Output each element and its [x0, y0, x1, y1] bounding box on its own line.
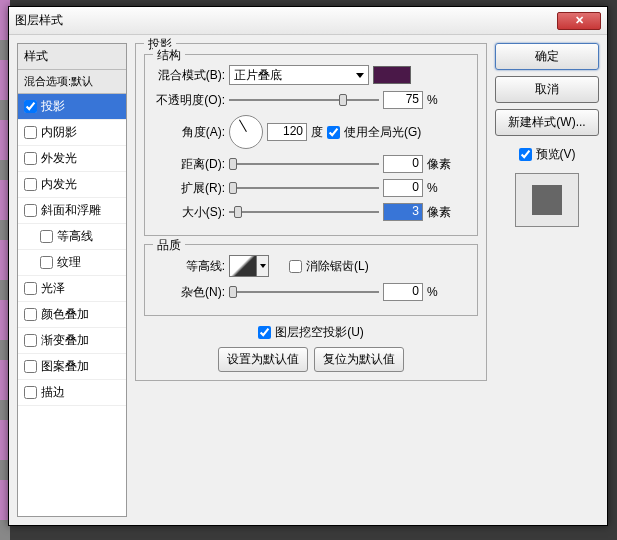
main-group: 投影 结构 混合模式(B): 正片叠底 不透明度(O): [135, 43, 487, 381]
angle-input[interactable]: 120 [267, 123, 307, 141]
sidebar-item-4[interactable]: 斜面和浮雕 [18, 198, 126, 224]
antialiased-checkbox[interactable] [289, 260, 302, 273]
style-checkbox[interactable] [24, 152, 37, 165]
sidebar-item-3[interactable]: 内发光 [18, 172, 126, 198]
knockout-label: 图层挖空投影(U) [275, 324, 364, 341]
sidebar-item-7[interactable]: 光泽 [18, 276, 126, 302]
sidebar-item-label: 描边 [41, 384, 65, 401]
structure-group: 结构 混合模式(B): 正片叠底 不透明度(O): 75 % [144, 54, 478, 236]
ok-button[interactable]: 确定 [495, 43, 599, 70]
noise-slider[interactable] [229, 283, 379, 301]
size-slider[interactable] [229, 203, 379, 221]
sidebar-item-label: 内阴影 [41, 124, 77, 141]
structure-title: 结构 [153, 47, 185, 64]
opacity-slider[interactable] [229, 91, 379, 109]
preview-swatch [532, 185, 562, 215]
style-checkbox[interactable] [40, 256, 53, 269]
sidebar-item-2[interactable]: 外发光 [18, 146, 126, 172]
distance-label: 距离(D): [153, 156, 225, 173]
chevron-down-icon [356, 73, 364, 78]
window-title: 图层样式 [15, 12, 63, 29]
contour-dropdown[interactable] [257, 255, 269, 277]
contour-label: 等高线: [153, 258, 225, 275]
size-label: 大小(S): [153, 204, 225, 221]
titlebar: 图层样式 ✕ [9, 7, 607, 35]
distance-slider[interactable] [229, 155, 379, 173]
sidebar-item-8[interactable]: 颜色叠加 [18, 302, 126, 328]
size-unit: 像素 [427, 204, 455, 221]
opacity-label: 不透明度(O): [153, 92, 225, 109]
sidebar-item-label: 纹理 [57, 254, 81, 271]
spread-slider[interactable] [229, 179, 379, 197]
style-checkbox[interactable] [24, 178, 37, 191]
spread-input[interactable]: 0 [383, 179, 423, 197]
style-checkbox[interactable] [24, 360, 37, 373]
style-checkbox[interactable] [24, 282, 37, 295]
cancel-button[interactable]: 取消 [495, 76, 599, 103]
close-button[interactable]: ✕ [557, 12, 601, 30]
sidebar-item-label: 斜面和浮雕 [41, 202, 101, 219]
angle-dial[interactable] [229, 115, 263, 149]
sidebar-header: 样式 [18, 44, 126, 70]
reset-default-button[interactable]: 复位为默认值 [314, 347, 404, 372]
contour-picker[interactable] [229, 255, 257, 277]
distance-unit: 像素 [427, 156, 455, 173]
style-checkbox[interactable] [24, 126, 37, 139]
antialiased-label: 消除锯齿(L) [306, 258, 369, 275]
noise-unit: % [427, 285, 455, 299]
sidebar-item-9[interactable]: 渐变叠加 [18, 328, 126, 354]
quality-group: 品质 等高线: 消除锯齿(L) 杂色( [144, 244, 478, 316]
sidebar-item-6[interactable]: 纹理 [18, 250, 126, 276]
sidebar-item-5[interactable]: 等高线 [18, 224, 126, 250]
global-light-checkbox[interactable] [327, 126, 340, 139]
make-default-button[interactable]: 设置为默认值 [218, 347, 308, 372]
sidebar-item-label: 图案叠加 [41, 358, 89, 375]
knockout-checkbox[interactable] [258, 326, 271, 339]
style-checkbox[interactable] [24, 386, 37, 399]
blend-mode-label: 混合模式(B): [153, 67, 225, 84]
noise-label: 杂色(N): [153, 284, 225, 301]
new-style-button[interactable]: 新建样式(W)... [495, 109, 599, 136]
angle-label: 角度(A): [153, 124, 225, 141]
sidebar-item-label: 颜色叠加 [41, 306, 89, 323]
style-checkbox[interactable] [24, 100, 37, 113]
size-input[interactable]: 3 [383, 203, 423, 221]
opacity-input[interactable]: 75 [383, 91, 423, 109]
distance-input[interactable]: 0 [383, 155, 423, 173]
angle-unit: 度 [311, 124, 323, 141]
style-checkbox[interactable] [24, 334, 37, 347]
style-checkbox[interactable] [40, 230, 53, 243]
sidebar-item-label: 渐变叠加 [41, 332, 89, 349]
styles-sidebar: 样式 混合选项:默认 投影内阴影外发光内发光斜面和浮雕等高线纹理光泽颜色叠加渐变… [17, 43, 127, 517]
sidebar-item-1[interactable]: 内阴影 [18, 120, 126, 146]
opacity-unit: % [427, 93, 455, 107]
preview-label: 预览(V) [536, 146, 576, 163]
spread-unit: % [427, 181, 455, 195]
sidebar-item-11[interactable]: 描边 [18, 380, 126, 406]
sidebar-item-label: 外发光 [41, 150, 77, 167]
quality-title: 品质 [153, 237, 185, 254]
sidebar-item-label: 投影 [41, 98, 65, 115]
sidebar-item-0[interactable]: 投影 [18, 94, 126, 120]
sidebar-item-label: 等高线 [57, 228, 93, 245]
sidebar-item-label: 内发光 [41, 176, 77, 193]
sidebar-item-10[interactable]: 图案叠加 [18, 354, 126, 380]
sidebar-blend-default[interactable]: 混合选项:默认 [18, 70, 126, 94]
blend-mode-select[interactable]: 正片叠底 [229, 65, 369, 85]
noise-input[interactable]: 0 [383, 283, 423, 301]
style-checkbox[interactable] [24, 204, 37, 217]
preview-checkbox[interactable] [519, 148, 532, 161]
style-checkbox[interactable] [24, 308, 37, 321]
layer-style-dialog: 图层样式 ✕ 样式 混合选项:默认 投影内阴影外发光内发光斜面和浮雕等高线纹理光… [8, 6, 608, 526]
preview-box [515, 173, 579, 227]
spread-label: 扩展(R): [153, 180, 225, 197]
global-light-label: 使用全局光(G) [344, 124, 421, 141]
shadow-color-swatch[interactable] [373, 66, 411, 84]
sidebar-item-label: 光泽 [41, 280, 65, 297]
